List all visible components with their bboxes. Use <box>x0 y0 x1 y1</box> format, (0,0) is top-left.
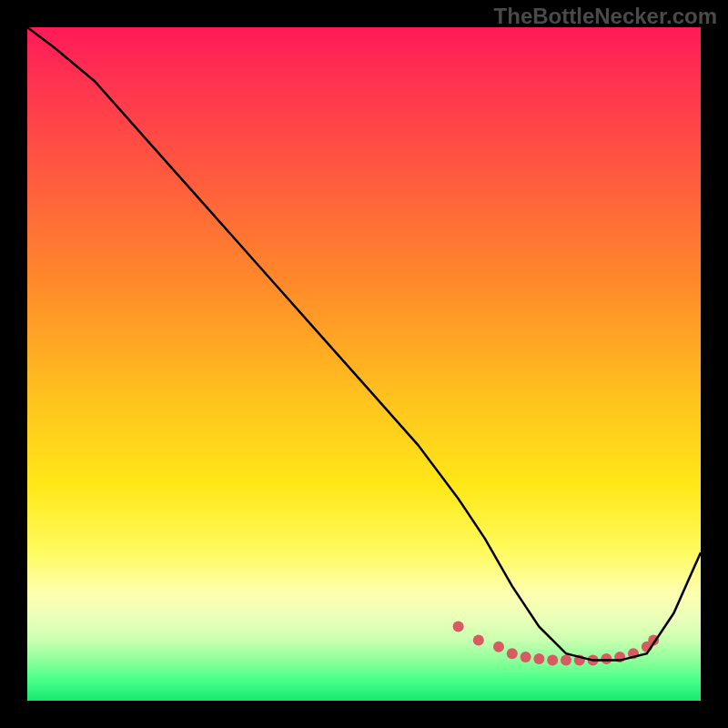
highlight-dot <box>521 652 531 662</box>
highlight-dot <box>473 634 484 645</box>
highlight-dot <box>547 655 558 666</box>
curve-layer <box>27 27 701 701</box>
bottleneck-curve <box>27 27 701 661</box>
highlight-dot <box>453 622 464 632</box>
plot-area <box>27 27 701 701</box>
chart-frame: TheBottleNecker.com <box>0 0 728 728</box>
highlight-dot <box>601 653 612 664</box>
watermark-text: TheBottleNecker.com <box>494 4 717 29</box>
highlight-dot <box>493 642 504 652</box>
highlight-dot <box>561 655 571 666</box>
highlight-dot <box>533 653 544 664</box>
highlight-dot <box>507 648 518 659</box>
